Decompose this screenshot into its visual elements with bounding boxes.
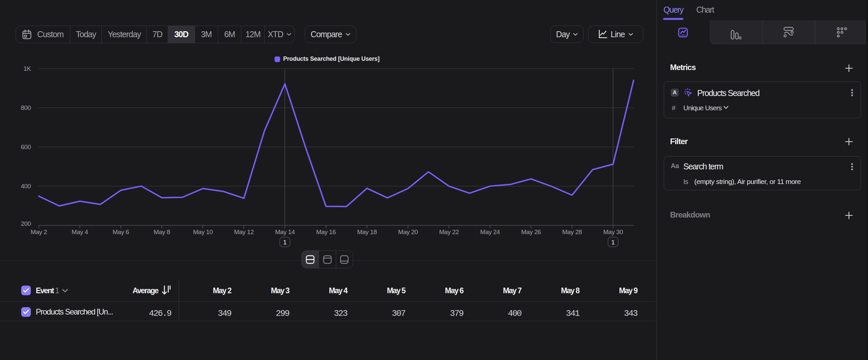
svg-text:May 2: May 2: [31, 228, 47, 236]
svg-text:May 10: May 10: [193, 228, 213, 236]
svg-text:200: 200: [21, 220, 31, 227]
svg-text:800: 800: [21, 104, 31, 111]
svg-text:May 4: May 4: [72, 228, 88, 236]
svg-text:May 12: May 12: [234, 228, 254, 236]
svg-text:May 6: May 6: [113, 228, 129, 236]
svg-text:1: 1: [283, 239, 287, 246]
svg-text:May 20: May 20: [398, 228, 418, 236]
svg-text:May 18: May 18: [357, 228, 377, 236]
svg-text:400: 400: [21, 183, 31, 190]
svg-text:May 16: May 16: [316, 228, 336, 236]
svg-text:May 8: May 8: [154, 228, 170, 236]
svg-text:600: 600: [21, 143, 31, 150]
svg-text:May 28: May 28: [562, 228, 582, 236]
svg-text:1: 1: [611, 239, 615, 246]
svg-text:May 14: May 14: [275, 228, 295, 236]
svg-text:1K: 1K: [24, 65, 31, 72]
svg-text:May 22: May 22: [439, 228, 459, 236]
svg-text:May 24: May 24: [480, 228, 500, 236]
svg-text:May 30: May 30: [603, 228, 623, 236]
svg-text:May 26: May 26: [521, 228, 541, 236]
